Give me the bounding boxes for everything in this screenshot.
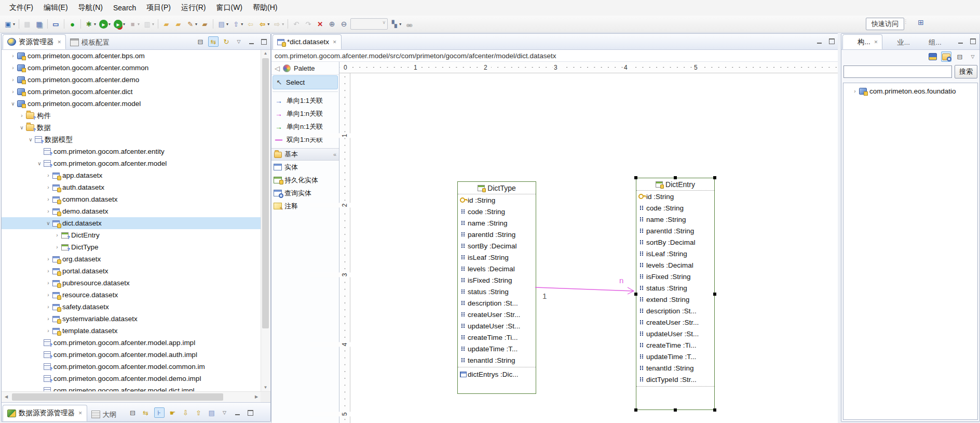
entity-field[interactable]: id :String xyxy=(458,194,536,206)
tree-item[interactable]: › com.primeton.eos.foundatio xyxy=(843,85,977,97)
entity-field[interactable]: parentId :String xyxy=(458,229,536,240)
tree-item[interactable]: › com.primeton.gocom.afcenter.common xyxy=(2,62,261,74)
expander-icon[interactable]: › xyxy=(9,77,17,83)
expander-icon[interactable]: ∨ xyxy=(18,125,26,130)
entity-field[interactable]: description :St... xyxy=(458,297,536,309)
tree-item[interactable]: › resource.datasetx xyxy=(2,289,261,301)
chevron-down-icon[interactable]: ▾ xyxy=(282,22,284,27)
tree-item[interactable]: ∨ 数据模型 xyxy=(2,134,261,146)
maximize-icon[interactable] xyxy=(246,408,255,417)
horizontal-scrollbar[interactable]: ◀ ▶ xyxy=(2,391,270,403)
expander-icon[interactable]: › xyxy=(44,292,52,298)
collapse-all-icon[interactable]: ⊟ xyxy=(196,37,205,46)
close-icon[interactable]: ✕ xyxy=(78,411,83,416)
menu-item[interactable]: Search xyxy=(108,2,141,14)
search-button[interactable]: 搜索 xyxy=(955,65,977,78)
entity-field[interactable]: tenantId :String xyxy=(458,354,536,366)
expander-icon[interactable]: › xyxy=(44,256,52,262)
entity-field[interactable]: isFixed :String xyxy=(458,274,536,286)
layout-button[interactable]: ▾ xyxy=(389,18,402,30)
undo-button[interactable] xyxy=(291,18,302,30)
tree-item[interactable]: › com.primeton.gocom.afcenter.demo xyxy=(2,74,261,86)
save-all-button[interactable] xyxy=(34,18,45,30)
stop-button[interactable]: ▾ xyxy=(127,18,141,30)
maximize-icon[interactable] xyxy=(259,37,268,46)
explorer-tab[interactable]: 资源管理器✕ xyxy=(3,34,66,49)
diagram-canvas[interactable]: DictType id :String xyxy=(350,73,838,423)
menu-item[interactable]: 编辑(E) xyxy=(38,2,73,14)
entity-field[interactable]: updateTime :T... xyxy=(636,351,714,362)
palette-tool[interactable]: 实体 xyxy=(271,161,339,174)
collapse-all-icon[interactable]: ⊟ xyxy=(128,408,138,417)
tree-item[interactable]: › DictType xyxy=(2,241,261,253)
tree-item[interactable]: › app.datasetx xyxy=(2,169,261,181)
tree-item[interactable]: com.primeton.gocom.afcenter.entity xyxy=(2,146,261,157)
menu-item[interactable]: 窗口(W) xyxy=(211,2,248,14)
expander-icon[interactable]: › xyxy=(44,328,52,334)
expander-icon[interactable]: › xyxy=(18,113,26,118)
expander-icon[interactable]: ∨ xyxy=(26,137,35,142)
chevron-down-icon[interactable]: ▾ xyxy=(195,22,197,27)
expander-icon[interactable]: › xyxy=(9,89,17,95)
open-folder-button[interactable] xyxy=(173,18,184,30)
expander-icon[interactable]: › xyxy=(9,65,17,71)
refresh-icon[interactable]: ↻ xyxy=(222,37,231,46)
redo-button[interactable] xyxy=(303,18,314,30)
entity-field[interactable]: parentId :String xyxy=(636,225,714,236)
entity-field[interactable]: isLeaf :String xyxy=(636,248,714,259)
run-coverage-button[interactable]: ▾ xyxy=(113,18,126,30)
tree-item[interactable]: com.primeton.gocom.afcenter.model.auth.i… xyxy=(2,349,261,361)
entity-field[interactable]: sortBy :Decimal xyxy=(458,240,536,252)
selection-handle[interactable] xyxy=(634,408,637,412)
tree-item[interactable]: › demo.datasetx xyxy=(2,205,261,217)
entity-field[interactable]: code :String xyxy=(458,206,536,217)
tree-item[interactable]: › 构件 xyxy=(2,110,261,122)
quick-access-button[interactable]: 快速访问 xyxy=(866,18,904,30)
selection-handle[interactable] xyxy=(713,293,716,296)
tree-item[interactable]: ∨ 数据 xyxy=(2,122,261,134)
selection-handle[interactable] xyxy=(634,176,637,179)
minimize-icon[interactable] xyxy=(956,36,965,46)
chevron-down-icon[interactable]: ▾ xyxy=(94,22,96,27)
entity-field[interactable]: name :String xyxy=(458,217,536,229)
import-icon[interactable]: ⇩ xyxy=(181,408,190,417)
palette-select-tool[interactable]: ↖ Select xyxy=(273,75,338,89)
chevron-down-icon[interactable]: ▾ xyxy=(13,22,15,27)
expander-icon[interactable]: › xyxy=(9,53,17,59)
menu-item[interactable]: 运行(R) xyxy=(176,2,211,14)
palette-tool[interactable]: 查询实体 xyxy=(271,187,339,200)
hand-pointer-icon[interactable]: ☛ xyxy=(168,408,178,417)
close-icon[interactable]: ✕ xyxy=(58,39,62,45)
palette-relation-tool[interactable]: → 单向1:n关联 xyxy=(271,107,339,120)
forward-button[interactable]: ▾ xyxy=(271,18,285,30)
tree-item[interactable]: ∨ com.primeton.gocom.afcenter.model xyxy=(2,157,261,169)
minimize-icon[interactable] xyxy=(233,408,242,417)
palette-relation-tool[interactable]: → 单向1:1关联 xyxy=(271,94,339,107)
entity-field[interactable]: createUser :Str... xyxy=(636,316,714,328)
minimize-icon[interactable] xyxy=(814,36,824,46)
view-tab[interactable]: 数据源资源管理器✕ xyxy=(3,405,87,421)
tree-item[interactable]: › org.datasetx xyxy=(2,253,261,265)
nav-back-history-button[interactable] xyxy=(245,18,256,30)
link-with-editor-icon[interactable]: ⇆ xyxy=(208,36,219,47)
entity-dicttype[interactable]: DictType id :String xyxy=(457,181,536,394)
tree-item[interactable]: › portal.datasetx xyxy=(2,265,261,277)
expander-icon[interactable]: › xyxy=(44,280,52,286)
expander-icon[interactable]: › xyxy=(44,304,52,310)
load-folder-button[interactable] xyxy=(199,18,210,30)
maximize-icon[interactable] xyxy=(827,36,836,46)
entity-field[interactable]: updateTime :T... xyxy=(458,343,536,354)
selection-handle[interactable] xyxy=(713,408,716,412)
chevron-down-icon[interactable]: ▾ xyxy=(226,22,228,27)
expander-icon[interactable]: › xyxy=(53,232,61,238)
entity-field[interactable]: levels :Decimal xyxy=(636,259,714,271)
vertical-scrollbar[interactable]: ▲ ▼ xyxy=(261,50,270,391)
expander-icon[interactable]: › xyxy=(44,196,52,202)
expander-icon[interactable]: › xyxy=(44,184,52,190)
explorer-tab[interactable]: 模板配置 xyxy=(66,35,114,49)
save-view-icon[interactable]: ▤ xyxy=(207,408,216,417)
entity-header[interactable]: DictEntry xyxy=(636,178,714,191)
minimize-icon[interactable] xyxy=(247,37,256,46)
expander-icon[interactable]: › xyxy=(44,173,52,178)
link-with-editor-icon[interactable]: ⇆ xyxy=(141,408,151,417)
